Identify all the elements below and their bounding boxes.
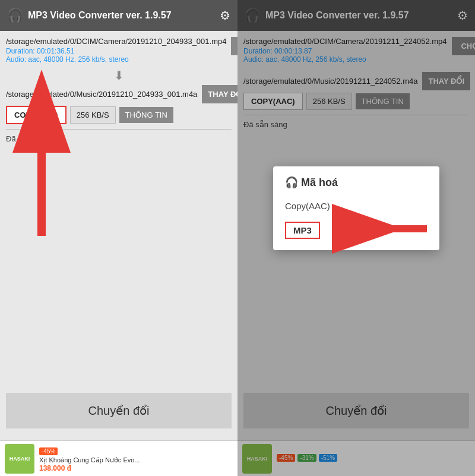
right-red-arrow-svg — [326, 217, 433, 241]
right-popup-title: 🎧 Mã hoá — [285, 176, 428, 189]
left-ad-tag: -45% — [39, 447, 58, 455]
left-ad-content: -45% Xịt Khoáng Cung Cấp Nước Evo... 138… — [34, 445, 233, 472]
left-output-file-row: /storage/emulated/0/Music/20191210_20493… — [6, 85, 232, 103]
left-thong-tin-button[interactable]: THÔNG TIN — [119, 107, 173, 123]
left-ad-banner: HASAKI -45% Xịt Khoáng Cung Cấp Nước Evo… — [0, 440, 238, 476]
left-headphone-icon: 🎧 — [7, 8, 23, 23]
left-convert-button[interactable]: Chuyển đổi — [6, 393, 232, 428]
right-phone-panel: 🎧 MP3 Video Converter ver. 1.9.57 ⚙ /sto… — [238, 0, 475, 476]
right-popup-mp3-button[interactable]: MP3 — [285, 222, 320, 239]
left-bitrate-button[interactable]: 256 KB/S — [70, 106, 116, 124]
left-input-duration: Duration: 00:01:36.51 — [6, 47, 226, 55]
left-input-file-info: /storage/emulated/0/DCIM/Camera/20191210… — [6, 37, 226, 64]
right-popup-copy-aac[interactable]: Copy(AAC) — [285, 197, 428, 215]
left-app-title: MP3 Video Converter ver. 1.9.57 — [28, 10, 220, 21]
right-popup-mp3-row: MP3 — [285, 217, 428, 241]
left-convert-btn-area: Chuyển đổi — [6, 393, 232, 434]
right-popup-overlay[interactable]: 🎧 Mã hoá Copy(AAC) MP3 — [238, 0, 475, 476]
left-app-header: 🎧 MP3 Video Converter ver. 1.9.57 ⚙ — [0, 0, 238, 31]
right-popup-box: 🎧 Mã hoá Copy(AAC) MP3 — [273, 166, 439, 250]
left-action-row: COPY(AAC) 256 KB/S THÔNG TIN — [6, 106, 232, 124]
left-input-file-row: /storage/emulated/0/DCIM/Camera/20191210… — [6, 37, 232, 64]
left-ad-price: 138.000 đ — [39, 464, 233, 472]
left-ad-logo: HASAKI — [5, 444, 34, 474]
left-divider — [6, 129, 232, 130]
left-arrow-down-icon: ⬇ — [6, 68, 232, 83]
left-input-file-path: /storage/emulated/0/DCIM/Camera/20191210… — [6, 37, 226, 47]
left-phone-panel: 🎧 MP3 Video Converter ver. 1.9.57 ⚙ /sto… — [0, 0, 238, 476]
left-ad-title: Xịt Khoáng Cung Cấp Nước Evo... — [39, 456, 233, 464]
left-gear-icon[interactable]: ⚙ — [220, 8, 230, 23]
left-input-audio: Audio: aac, 48000 Hz, 256 kb/s, stereo — [6, 55, 226, 64]
left-app-content: /storage/emulated/0/DCIM/Camera/20191210… — [0, 31, 238, 440]
left-arrow-area — [6, 147, 232, 242]
left-red-arrow-svg — [6, 141, 95, 242]
left-copy-aac-button[interactable]: COPY(AAC) — [6, 106, 66, 124]
left-output-file-path: /storage/emulated/0/Music/20191210_20493… — [6, 90, 197, 99]
